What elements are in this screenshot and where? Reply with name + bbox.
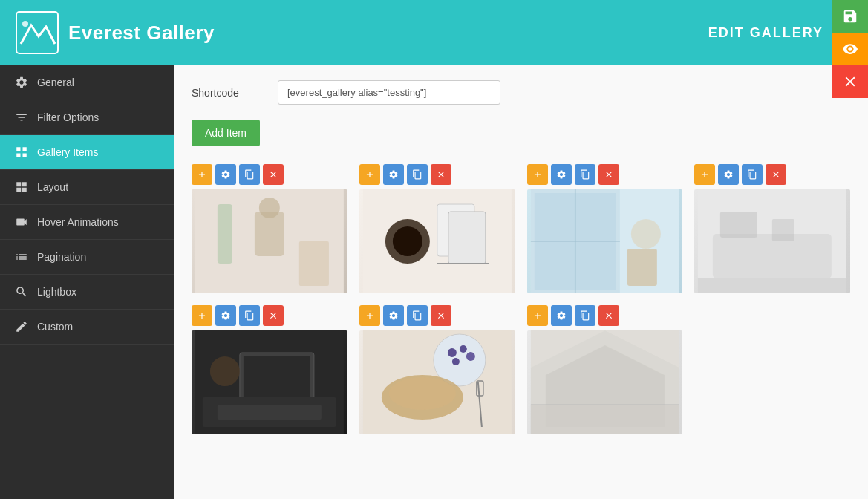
settings-btn-4[interactable] xyxy=(718,164,739,185)
sidebar-item-lightbox[interactable]: Lightbox xyxy=(0,275,174,310)
settings-btn-1[interactable] xyxy=(215,164,236,185)
gallery-thumb-4 xyxy=(694,189,850,293)
preview-button[interactable] xyxy=(832,33,868,65)
delete-icon-3 xyxy=(604,169,614,180)
svg-rect-5 xyxy=(218,204,232,264)
add-btn-2[interactable] xyxy=(359,164,380,185)
copy-btn-2[interactable] xyxy=(407,164,428,185)
plus-icon-3 xyxy=(532,169,543,180)
plus-icon-6 xyxy=(365,310,375,321)
add-btn-1[interactable] xyxy=(192,164,212,185)
settings-btn-5[interactable] xyxy=(215,305,236,326)
logo-area: Everest Gallery xyxy=(15,10,215,55)
shortcode-row: Shortcode xyxy=(192,80,850,105)
eye-icon xyxy=(842,41,858,57)
sidebar-item-gallery-items[interactable]: Gallery Items xyxy=(0,135,174,170)
delete-btn-2[interactable] xyxy=(431,164,451,185)
svg-rect-23 xyxy=(772,219,794,241)
sidebar-item-hover-label: Hover Animations xyxy=(37,216,119,228)
copy-btn-1[interactable] xyxy=(239,164,260,185)
sidebar-item-layout-label: Layout xyxy=(37,181,68,193)
video-icon xyxy=(15,215,28,229)
photo-svg-1 xyxy=(192,189,347,293)
settings-btn-2[interactable] xyxy=(383,164,404,185)
copy-icon-2 xyxy=(412,169,422,180)
settings-btn-3[interactable] xyxy=(551,164,572,185)
gear-icon-1 xyxy=(221,169,231,180)
copy-btn-6[interactable] xyxy=(407,305,428,326)
shortcode-input[interactable] xyxy=(278,80,500,105)
copy-btn-4[interactable] xyxy=(742,164,763,185)
gallery-item-7 xyxy=(527,305,683,434)
delete-icon-5 xyxy=(268,310,278,321)
svg-point-33 xyxy=(448,348,457,357)
item-controls-3 xyxy=(527,164,683,185)
photo-svg-2 xyxy=(359,189,515,293)
plus-icon-5 xyxy=(197,310,207,321)
delete-btn-4[interactable] xyxy=(766,164,786,185)
save-icon xyxy=(842,8,858,25)
gear-icon xyxy=(15,76,28,89)
delete-icon-2 xyxy=(436,169,446,180)
svg-rect-18 xyxy=(627,249,656,286)
sidebar-item-layout[interactable]: Layout xyxy=(0,170,174,205)
gallery-thumb-5 xyxy=(192,330,347,434)
gallery-item-6 xyxy=(359,305,515,434)
gear-icon-4 xyxy=(723,169,734,180)
save-button[interactable] xyxy=(832,0,868,33)
delete-icon-1 xyxy=(268,169,278,180)
svg-rect-6 xyxy=(299,241,329,286)
sidebar-item-custom[interactable]: Custom xyxy=(0,310,174,345)
svg-point-38 xyxy=(389,377,456,410)
add-btn-7[interactable] xyxy=(527,305,548,326)
header: Everest Gallery EDIT GALLERY xyxy=(0,0,868,65)
pen-icon xyxy=(15,320,28,333)
add-btn-3[interactable] xyxy=(527,164,548,185)
settings-btn-7[interactable] xyxy=(551,305,572,326)
delete-btn-3[interactable] xyxy=(598,164,619,185)
sidebar: General Filter Options Gallery Items Lay… xyxy=(0,65,174,499)
copy-btn-5[interactable] xyxy=(239,305,260,326)
settings-btn-6[interactable] xyxy=(383,305,404,326)
svg-point-4 xyxy=(259,198,280,218)
add-btn-5[interactable] xyxy=(192,305,212,326)
copy-icon-6 xyxy=(412,310,422,321)
gear-icon-5 xyxy=(221,310,231,321)
sidebar-item-general-label: General xyxy=(37,76,74,88)
add-btn-6[interactable] xyxy=(359,305,380,326)
sidebar-item-filter-options[interactable]: Filter Options xyxy=(0,100,174,135)
search-icon xyxy=(15,285,28,299)
close-icon xyxy=(842,74,858,90)
logo-text: Everest Gallery xyxy=(68,22,215,45)
copy-btn-3[interactable] xyxy=(575,164,595,185)
delete-btn-6[interactable] xyxy=(431,305,451,326)
delete-btn-1[interactable] xyxy=(263,164,284,185)
delete-btn-7[interactable] xyxy=(598,305,619,326)
plus-icon-2 xyxy=(365,169,375,180)
gear-icon-7 xyxy=(556,310,567,321)
gear-icon-6 xyxy=(388,310,399,321)
item-controls-4 xyxy=(694,164,850,185)
add-btn-4[interactable] xyxy=(694,164,715,185)
header-actions xyxy=(832,0,868,98)
delete-icon-6 xyxy=(436,310,446,321)
photo-svg-5 xyxy=(192,330,347,434)
item-controls-7 xyxy=(527,305,683,326)
edit-gallery-label: EDIT GALLERY xyxy=(708,25,823,41)
sidebar-item-general[interactable]: General xyxy=(0,65,174,100)
close-button[interactable] xyxy=(832,65,868,98)
gallery-thumb-2 xyxy=(359,189,515,293)
sidebar-item-pagination[interactable]: Pagination xyxy=(0,240,174,275)
add-item-button[interactable]: Add Item xyxy=(192,120,260,146)
gear-icon-3 xyxy=(556,169,567,180)
gallery-grid-row2 xyxy=(192,305,850,434)
copy-btn-7[interactable] xyxy=(575,305,595,326)
copy-icon-7 xyxy=(580,310,590,321)
photo-svg-3 xyxy=(527,189,683,293)
sidebar-item-hover-animations[interactable]: Hover Animations xyxy=(0,205,174,240)
photo-svg-7 xyxy=(527,330,683,434)
sidebar-item-filter-label: Filter Options xyxy=(37,111,99,123)
svg-point-35 xyxy=(466,352,475,361)
gear-icon-2 xyxy=(388,169,399,180)
delete-btn-5[interactable] xyxy=(263,305,284,326)
